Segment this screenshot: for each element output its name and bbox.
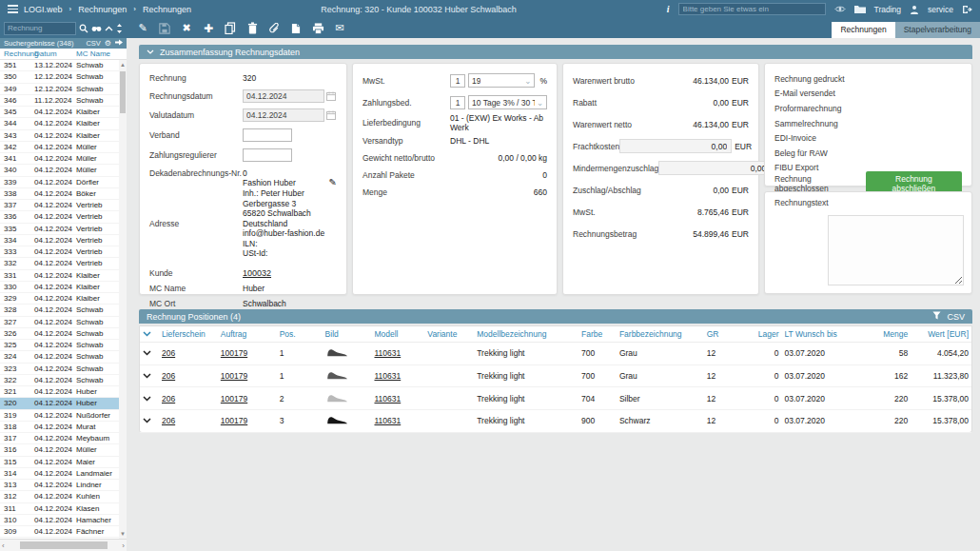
column-header[interactable]: Variante	[424, 329, 474, 339]
expand-row-icon[interactable]	[140, 394, 159, 403]
modell-link[interactable]: 110631	[374, 348, 401, 358]
list-item[interactable]: 34504.12.2024Klaiber	[0, 107, 119, 118]
column-header[interactable]: Farbe	[578, 329, 617, 339]
scrollbar-thumb[interactable]	[20, 541, 108, 549]
breadcrumb-item[interactable]: Rechnungen	[143, 5, 191, 14]
list-item[interactable]: 32004.12.2024Huber	[0, 398, 119, 409]
expand-row-icon[interactable]	[140, 371, 159, 381]
list-item[interactable]: 32604.12.2024Schwab	[0, 328, 119, 340]
modell-link[interactable]: 110631	[374, 371, 401, 381]
tab-stapelverarbeitung[interactable]: Stapelverarbeitung	[895, 22, 980, 38]
add-icon[interactable]: ✚	[202, 22, 215, 35]
list-item[interactable]: 33804.12.2024Böker	[0, 188, 119, 200]
list-item[interactable]: 31604.12.2024Müller	[0, 444, 119, 456]
global-search-input[interactable]	[678, 3, 826, 15]
list-item[interactable]: 30904.12.2024Fächner	[0, 526, 119, 538]
calendar-icon[interactable]	[326, 91, 336, 101]
mwst-code-input[interactable]	[450, 74, 465, 88]
column-header[interactable]: Farbbezeichnung	[617, 329, 704, 339]
list-item[interactable]: 33704.12.2024Vertrieb	[0, 200, 119, 211]
scroll-right-icon[interactable]: ›	[122, 541, 125, 550]
column-header[interactable]: Menge	[855, 329, 911, 339]
list-item[interactable]: 32804.12.2024Schwab	[0, 305, 119, 316]
close-icon[interactable]: ✖	[180, 22, 193, 35]
list-item[interactable]: 32304.12.2024Schwab	[0, 364, 119, 375]
column-header[interactable]: Modell	[371, 329, 424, 339]
expand-row-icon[interactable]	[140, 348, 159, 358]
list-item[interactable]: 33304.12.2024Vertrieb	[0, 246, 119, 258]
auftrag-link[interactable]: 100179	[221, 416, 247, 425]
modell-link[interactable]: 110631	[374, 416, 401, 425]
summary-section-header[interactable]: Zusammenfassung Rechnungsdaten	[139, 45, 972, 59]
column-header[interactable]: Pos.	[277, 329, 323, 339]
delete-icon[interactable]	[245, 22, 259, 35]
zahlungsbed-select[interactable]: 10 Tage 3% / 30 Tage net ⌄	[468, 95, 547, 109]
info-icon[interactable]: i	[667, 4, 670, 14]
tab-rechnungen[interactable]: Rechnungen	[832, 22, 894, 38]
expand-panel-icon[interactable]	[115, 39, 123, 48]
breadcrumb-item[interactable]: Rechnungen	[78, 5, 127, 14]
binoculars-icon[interactable]	[91, 24, 102, 32]
lieferschein-link[interactable]: 206	[162, 416, 175, 425]
search-input[interactable]	[4, 22, 76, 35]
list-item[interactable]: 34104.12.2024Müller	[0, 153, 119, 165]
user-menu[interactable]: service	[928, 5, 953, 14]
zahlungsbed-code-input[interactable]	[450, 96, 465, 109]
lieferschein-link[interactable]: 206	[162, 371, 175, 381]
document-icon[interactable]	[289, 22, 303, 35]
column-header[interactable]: Wert [EUR]	[911, 329, 971, 339]
edit-icon[interactable]: ✎	[136, 22, 149, 35]
column-header[interactable]: Auftrag	[218, 329, 277, 339]
expand-all-icon[interactable]	[140, 329, 159, 339]
list-item[interactable]: 33404.12.2024Vertrieb	[0, 235, 119, 246]
list-item[interactable]: 31404.12.2024Landmaier	[0, 468, 119, 480]
scroll-down-icon[interactable]: ▼	[119, 529, 127, 539]
lieferschein-link[interactable]: 206	[162, 348, 175, 358]
position-row[interactable]: 2061001791110631Trekking light700Grau120…	[140, 365, 971, 388]
list-item[interactable]: 32404.12.2024Schwab	[0, 351, 119, 363]
print-icon[interactable]	[311, 22, 324, 35]
list-item[interactable]: 31204.12.2024Kuhlen	[0, 491, 119, 502]
positions-section-header[interactable]: Rechnung Positionen (4) CSV	[139, 309, 972, 324]
list-item[interactable]: 31504.12.2024Maier	[0, 457, 119, 468]
search-icon[interactable]	[79, 24, 88, 33]
list-item[interactable]: 33104.12.2024Klaiber	[0, 270, 119, 282]
scroll-up-icon[interactable]: ▲	[119, 60, 127, 69]
collapse-search-icon[interactable]	[105, 26, 113, 31]
list-item[interactable]: 31104.12.2024Klasen	[0, 503, 119, 515]
mwst-select[interactable]: 19 ⌄	[468, 73, 535, 88]
list-item[interactable]: 32104.12.2024Huber	[0, 386, 119, 398]
frachtkosten-input[interactable]	[619, 139, 732, 153]
list-item[interactable]: 33004.12.2024Klaiber	[0, 282, 119, 293]
column-header[interactable]: LT Wunsch bis	[781, 329, 855, 339]
list-item[interactable]: 34304.12.2024Klaiber	[0, 130, 119, 142]
trading-menu[interactable]: Trading	[874, 5, 902, 14]
verband-input[interactable]	[243, 128, 292, 142]
list-item[interactable]: 32704.12.2024Schwab	[0, 317, 119, 328]
list-item[interactable]: 33904.12.2024Dörfler	[0, 177, 119, 188]
list-item[interactable]: 32204.12.2024Schwab	[0, 375, 119, 386]
auftrag-link[interactable]: 100179	[221, 371, 247, 381]
list-item[interactable]: 35113.12.2024Schwab	[0, 60, 119, 71]
calendar-icon[interactable]	[326, 110, 336, 120]
rechnungstext-textarea[interactable]	[828, 215, 964, 285]
csv-export-button[interactable]: CSV	[86, 39, 100, 48]
modell-link[interactable]: 110631	[374, 394, 401, 403]
column-header[interactable]: Lieferschein	[159, 329, 218, 339]
email-icon[interactable]: ✉	[333, 22, 346, 35]
column-header[interactable]: Rechnung	[0, 49, 34, 58]
column-header[interactable]: MC Name	[76, 49, 127, 58]
gear-icon[interactable]: ⚙	[105, 39, 111, 48]
logout-icon[interactable]	[962, 5, 972, 14]
eye-icon[interactable]	[834, 5, 846, 13]
auftrag-link[interactable]: 100179	[221, 348, 247, 358]
list-item[interactable]: 31004.12.2024Hamacher	[0, 515, 119, 526]
list-item[interactable]: 35012.12.2024Schwab	[0, 71, 119, 83]
list-item[interactable]: 34912.12.2024Schwab	[0, 84, 119, 95]
filter-icon[interactable]	[932, 311, 941, 322]
valutadatum-input[interactable]	[243, 108, 324, 122]
position-row[interactable]: 2061001791110631Trekking light700Grau120…	[140, 343, 971, 365]
column-header[interactable]: GR	[704, 329, 742, 339]
horizontal-scrollbar[interactable]: ‹ ›	[0, 539, 127, 551]
mindermengenzuschlag-input[interactable]	[658, 161, 771, 175]
